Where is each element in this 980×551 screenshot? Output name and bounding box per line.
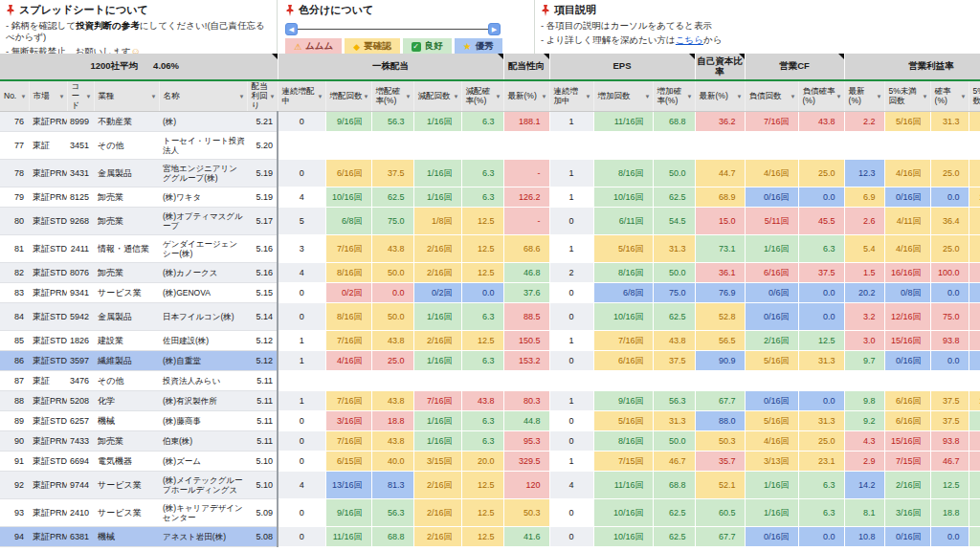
cell-eps-streak[interactable] (549, 371, 593, 391)
cell-equity-latest[interactable]: 15.0 (695, 208, 745, 235)
cell-under5-count[interactable] (884, 132, 930, 160)
cell-cut-count[interactable]: 2/16回 (413, 263, 461, 283)
cell-margin-latest[interactable]: 2.2 (844, 112, 884, 132)
cell-name[interactable]: (株)有沢製作所 (159, 391, 247, 411)
cell-debt-prob[interactable]: 0.0 (798, 283, 844, 303)
filter-icon[interactable]: ▼ (59, 94, 65, 99)
cell-cut-prob[interactable]: 0.0 (461, 283, 503, 303)
cell-market[interactable]: 東証PRM (29, 391, 67, 411)
cell-streak-up[interactable] (278, 371, 325, 391)
cell-eps-prob[interactable]: 68.8 (653, 472, 695, 499)
cell-debt-count[interactable]: 1/16回 (745, 235, 798, 263)
cell-under5-prob[interactable] (930, 132, 969, 160)
cell-under5-count[interactable]: 0/16回 (884, 527, 930, 547)
cell-cut-count[interactable]: 1/16回 (413, 303, 461, 331)
cell-yield[interactable]: 5.08 (247, 527, 278, 547)
cell-cut-prob[interactable]: 6.3 (461, 160, 503, 187)
cell-hike-count[interactable]: 6/8回 (325, 208, 371, 235)
cell-industry[interactable]: 繊維製品 (94, 351, 159, 371)
cell-over5-count[interactable]: 3/16回 (969, 472, 980, 499)
cell-streak-up[interactable]: 1 (278, 391, 325, 411)
cell-industry[interactable]: サービス業 (94, 283, 159, 303)
cell-over5-count[interactable]: 3/16回 (969, 411, 980, 431)
cell-streak-up[interactable]: 1 (278, 351, 325, 371)
cell-market[interactable]: 東証STD (29, 235, 67, 263)
cell-payout-latest[interactable]: 126.2 (503, 187, 549, 208)
cell-under5-count[interactable]: 7/15回 (884, 452, 930, 472)
cell-cut-prob[interactable]: 43.8 (461, 391, 503, 411)
cell-over5-count[interactable]: 5/15回 (969, 452, 980, 472)
filter-icon[interactable]: ▼ (364, 94, 369, 99)
cell-yield[interactable]: 5.17 (247, 208, 278, 235)
cell-yield[interactable]: 5.11 (247, 391, 278, 411)
cell-name[interactable]: (株)オプティマスグループ (159, 208, 247, 235)
cell-under5-prob[interactable]: 93.8 (930, 331, 969, 351)
cell-cut-count[interactable]: 2/16回 (413, 235, 461, 263)
cell-over5-count[interactable]: 1/16回 (969, 331, 980, 351)
cell-debt-prob[interactable]: 6.3 (798, 235, 844, 263)
cell-market[interactable]: 東証PRM (29, 527, 67, 547)
cell-hike-prob[interactable]: 43.8 (371, 431, 413, 452)
cell-name[interactable]: (株)GENOVA (159, 283, 247, 303)
cell-margin-latest[interactable]: 4.3 (844, 431, 884, 452)
filter-icon[interactable]: ▼ (318, 94, 323, 99)
cell-under5-prob[interactable]: 0.0 (930, 527, 969, 547)
cell-cut-prob[interactable]: 12.5 (461, 527, 503, 547)
cell-no[interactable]: 77 (0, 132, 29, 160)
cell-eps-streak[interactable]: 1 (549, 235, 593, 263)
cell-hike-count[interactable]: 4/16回 (325, 351, 371, 371)
cell-over5-count[interactable]: 1/16回 (969, 431, 980, 452)
cell-eps-prob[interactable]: 56.3 (653, 391, 695, 411)
cell-hike-prob[interactable]: 0.0 (371, 283, 413, 303)
cell-hike-count[interactable] (325, 132, 371, 160)
cell-code[interactable]: 5208 (67, 391, 94, 411)
cell-payout-latest[interactable]: 68.6 (503, 235, 549, 263)
cell-payout-latest[interactable]: 50.3 (503, 499, 549, 527)
cell-under5-prob[interactable]: 0.0 (930, 283, 969, 303)
cell-under5-prob[interactable]: 93.8 (930, 431, 969, 452)
cell-equity-latest[interactable]: 44.7 (695, 160, 745, 187)
cell-streak-up[interactable]: 0 (278, 160, 325, 187)
cell-streak-up[interactable]: 3 (278, 235, 325, 263)
cell-under5-count[interactable]: 4/16回 (884, 160, 930, 187)
cell-debt-count[interactable]: 1/16回 (745, 472, 798, 499)
cell-hike-count[interactable]: 10/16回 (325, 187, 371, 208)
cell-streak-up[interactable]: 0 (278, 112, 325, 132)
cell-hike-count[interactable]: 7/16回 (325, 331, 371, 351)
cell-debt-prob[interactable]: 37.5 (798, 263, 844, 283)
cell-hike-prob[interactable]: 62.5 (371, 187, 413, 208)
cell-eps-count[interactable]: 7/16回 (593, 331, 653, 351)
cell-hike-count[interactable]: 7/16回 (325, 431, 371, 452)
cell-under5-count[interactable]: 15/16回 (884, 331, 930, 351)
cell-name[interactable]: (株)自重堂 (159, 351, 247, 371)
cell-hike-prob[interactable]: 50.0 (371, 263, 413, 283)
filter-icon[interactable]: ▼ (270, 94, 276, 99)
cell-payout-latest[interactable]: 188.1 (503, 112, 549, 132)
cell-payout-latest[interactable]: 120 (503, 472, 549, 499)
cell-eps-streak[interactable]: 1 (549, 112, 593, 132)
cell-hike-prob[interactable]: 75.0 (371, 208, 413, 235)
cell-equity-latest[interactable]: 88.0 (695, 411, 745, 431)
cell-eps-streak[interactable]: 2 (549, 263, 593, 283)
cell-no[interactable]: 76 (0, 112, 29, 132)
cell-under5-prob[interactable]: 37.5 (930, 411, 969, 431)
cell-hike-prob[interactable]: 18.8 (371, 411, 413, 431)
cell-under5-count[interactable]: 2/16回 (884, 472, 930, 499)
cell-streak-up[interactable]: 5 (278, 208, 325, 235)
cell-code[interactable]: 6694 (67, 452, 94, 472)
cell-eps-prob[interactable]: 46.7 (653, 452, 695, 472)
cell-payout-latest[interactable]: 95.3 (503, 431, 549, 452)
filter-icon[interactable]: ▼ (239, 94, 245, 99)
cell-equity-latest[interactable]: 60.5 (695, 499, 745, 527)
cell-hike-prob[interactable]: 68.8 (371, 527, 413, 547)
cell-debt-prob[interactable]: 31.3 (798, 411, 844, 431)
cell-hike-count[interactable]: 8/16回 (325, 303, 371, 331)
cell-equity-latest[interactable]: 52.1 (695, 472, 745, 499)
cell-hike-prob[interactable]: 81.3 (371, 472, 413, 499)
cell-industry[interactable]: 金属製品 (94, 160, 159, 187)
cell-equity-latest[interactable]: 90.9 (695, 351, 745, 371)
cell-under5-count[interactable]: 5/16回 (884, 112, 930, 132)
cell-eps-prob[interactable]: 54.5 (653, 208, 695, 235)
cell-eps-count[interactable]: 5/16回 (593, 411, 653, 431)
cell-streak-up[interactable] (278, 132, 325, 160)
